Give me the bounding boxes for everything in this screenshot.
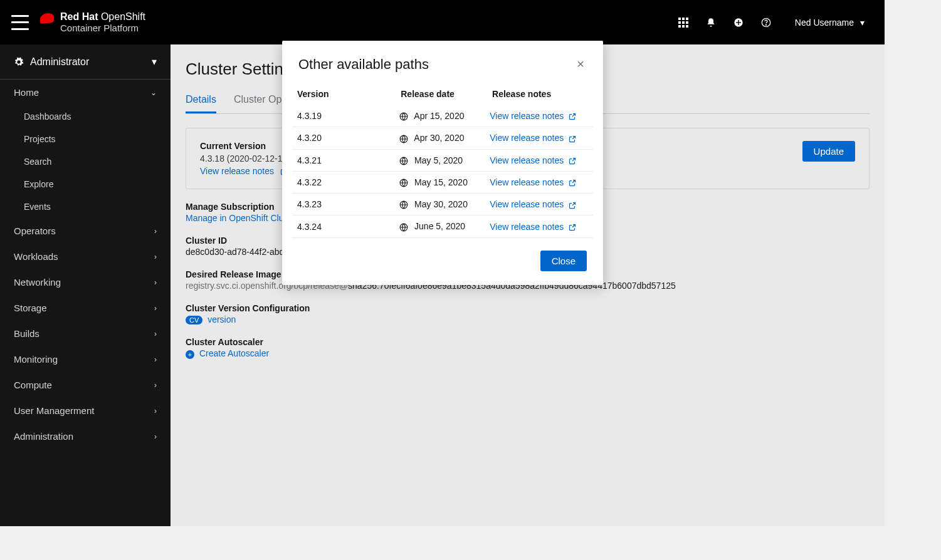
svg-rect-3 (678, 21, 681, 24)
column-header: Release date (396, 84, 487, 105)
chevron-right-icon: › (154, 407, 157, 415)
nav-label: User Managerment (14, 405, 94, 416)
chevron-right-icon: › (154, 278, 157, 287)
chevron-right-icon: › (154, 355, 157, 364)
apps-icon[interactable] (670, 9, 697, 36)
version-cell: 4.3.24 (292, 215, 394, 237)
username: Ned Username (795, 18, 854, 28)
create-autoscaler-link[interactable]: Create Autoscaler (199, 348, 269, 358)
tab[interactable]: Details (186, 88, 216, 113)
svg-rect-8 (686, 25, 688, 28)
sidebar: Administrator ▾ Home ⌄ DashboardsProject… (0, 44, 171, 526)
version-cell: 4.3.23 (292, 194, 394, 215)
date-cell: May 15, 2020 (394, 171, 485, 193)
caret-down-icon: ▾ (152, 56, 157, 68)
link-text: View release notes (200, 166, 274, 176)
perspective-switcher[interactable]: Administrator ▾ (0, 44, 171, 80)
brand-line1: Red Hat (60, 11, 98, 22)
release-notes-link[interactable]: View release notes (200, 166, 288, 176)
brand-logo: Red Hat OpenShift Container Platform (40, 11, 145, 34)
close-icon[interactable]: × (574, 54, 587, 74)
release-notes-link[interactable]: View release notes (490, 222, 576, 232)
chevron-right-icon: › (154, 432, 157, 441)
svg-rect-5 (686, 21, 688, 24)
svg-rect-6 (678, 25, 681, 28)
nav-label: Operators (14, 226, 56, 236)
date-cell: May 5, 2020 (394, 149, 485, 171)
caret-down-icon: ▾ (860, 18, 865, 28)
perspective-label: Administrator (30, 56, 89, 68)
cvc-label: Cluster Version Configuration (186, 303, 870, 313)
release-notes-link[interactable]: View release notes (490, 133, 576, 143)
version-cell: 4.3.19 (292, 105, 394, 127)
column-header: Release notes (487, 84, 597, 105)
table-row: 4.3.22 May 15, 2020View release notes (292, 171, 593, 193)
sidebar-item[interactable]: Workloads› (0, 244, 171, 269)
chevron-right-icon: › (154, 252, 157, 261)
table-row: 4.3.19 Apr 15, 2020View release notes (292, 105, 593, 127)
brand-line2: OpenShift (101, 11, 145, 22)
sidebar-item[interactable]: Networking› (0, 269, 171, 295)
date-cell: Apr 30, 2020 (394, 127, 485, 149)
sidebar-subitem[interactable]: Dashboards (0, 105, 171, 128)
brand-line3: Container Platform (60, 23, 145, 33)
sidebar-item[interactable]: Storage› (0, 295, 171, 321)
redhat-icon (40, 13, 55, 24)
release-notes-link[interactable]: View release notes (490, 155, 576, 165)
date-cell: May 30, 2020 (394, 194, 485, 215)
available-paths-modal: Other available paths × VersionRelease d… (282, 41, 603, 285)
release-notes-link[interactable]: View release notes (490, 111, 576, 121)
table-row: 4.3.20 Apr 30, 2020View release notes (292, 127, 593, 149)
column-header: Version (292, 84, 396, 105)
sidebar-item[interactable]: Compute› (0, 372, 171, 398)
help-icon[interactable] (752, 9, 780, 36)
sidebar-item[interactable]: Administration› (0, 423, 171, 449)
chevron-down-icon: ⌄ (150, 88, 157, 97)
svg-rect-2 (686, 18, 688, 20)
sidebar-item[interactable]: Operators› (0, 218, 171, 244)
nav-label: Administration (14, 431, 73, 442)
chevron-right-icon: › (154, 304, 157, 313)
date-cell: June 5, 2020 (394, 215, 485, 237)
table-row: 4.3.21 May 5, 2020View release notes (292, 149, 593, 171)
table-row: 4.3.24 June 5, 2020View release notes (292, 215, 593, 237)
update-button[interactable]: Update (802, 141, 855, 162)
cv-badge: CV (186, 316, 202, 324)
nav-label: Builds (14, 328, 39, 339)
plus-circle-icon[interactable] (725, 9, 752, 36)
sidebar-subitem[interactable]: Events (0, 195, 171, 218)
nav-label: Networking (14, 277, 61, 288)
plus-circle-icon: + (186, 350, 194, 359)
close-button[interactable]: Close (540, 251, 587, 271)
svg-rect-7 (682, 25, 685, 28)
sidebar-item[interactable]: Monitoring› (0, 346, 171, 372)
sidebar-subitem[interactable]: Explore (0, 173, 171, 195)
sidebar-item[interactable]: Builds› (0, 321, 171, 346)
svg-point-13 (765, 24, 766, 25)
sidebar-subitem[interactable]: Search (0, 150, 171, 173)
release-notes-link[interactable]: View release notes (490, 177, 576, 187)
table-row: 4.3.23 May 30, 2020View release notes (292, 194, 593, 215)
user-menu[interactable]: Ned Username ▾ (780, 18, 870, 28)
svg-rect-0 (678, 18, 681, 20)
gear-icon (14, 56, 24, 68)
svg-rect-11 (736, 22, 741, 23)
nav-label: Compute (14, 380, 52, 390)
sidebar-item[interactable]: User Managerment› (0, 398, 171, 423)
cvc-version-link[interactable]: version (208, 314, 236, 324)
nav-home[interactable]: Home ⌄ (0, 80, 171, 105)
modal-title: Other available paths (298, 56, 429, 73)
nav-label: Monitoring (14, 354, 58, 365)
chevron-right-icon: › (154, 381, 157, 390)
version-cell: 4.3.20 (292, 127, 394, 149)
svg-rect-4 (682, 21, 685, 24)
sidebar-subitem[interactable]: Projects (0, 128, 171, 150)
bell-icon[interactable] (697, 9, 725, 36)
nav-label: Storage (14, 303, 47, 313)
release-notes-link[interactable]: View release notes (490, 199, 576, 209)
nav-label: Workloads (14, 251, 58, 262)
menu-toggle-icon[interactable] (11, 15, 29, 30)
autoscaler-label: Cluster Autoscaler (186, 337, 870, 347)
chevron-right-icon: › (154, 329, 157, 338)
svg-rect-1 (682, 18, 685, 20)
